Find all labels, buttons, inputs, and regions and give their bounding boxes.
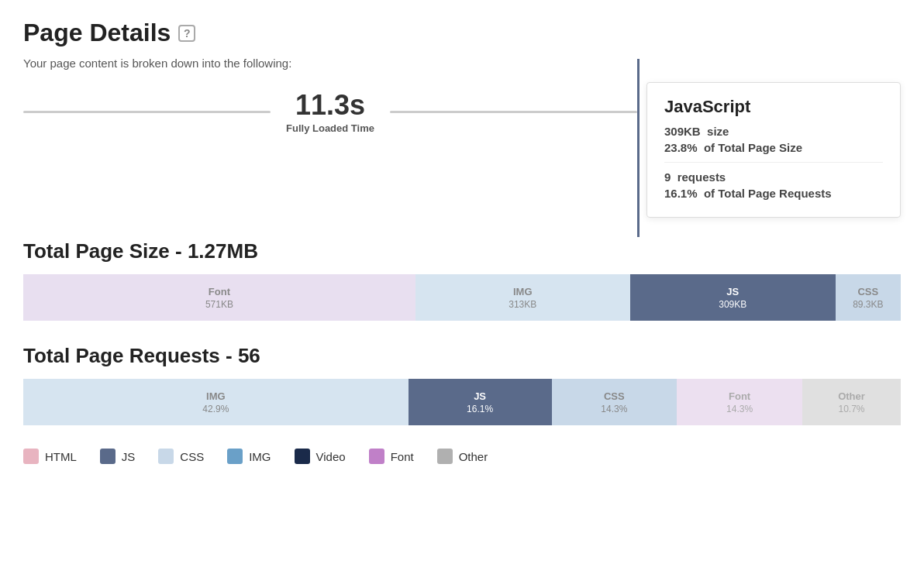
legend-swatch: [158, 449, 174, 464]
tooltip-size: 309KB size: [664, 125, 883, 138]
legend-swatch: [227, 449, 243, 464]
seg-label: JS: [726, 286, 739, 297]
timeline-label: Fully Loaded Time: [286, 122, 374, 134]
legend-label: Font: [391, 450, 414, 463]
page-requests-title: Total Page Requests - 56: [23, 344, 901, 368]
seg-value: 309KB: [719, 299, 746, 310]
size-bar-segment: IMG313KB: [415, 274, 630, 321]
legend-item: HTML: [23, 449, 77, 464]
seg-label: JS: [474, 390, 486, 402]
legend-swatch: [437, 449, 453, 464]
seg-value: 571KB: [205, 299, 233, 310]
seg-value: 89.3KB: [853, 299, 883, 310]
legend-item: Font: [369, 449, 414, 464]
legend-label: Video: [316, 450, 346, 463]
legend-label: IMG: [249, 450, 271, 463]
legend-label: HTML: [45, 450, 77, 463]
tooltip-size-label: size: [707, 125, 729, 138]
tooltip-requests: 9 requests: [664, 170, 883, 184]
timeline-value: 11.3s: [295, 90, 365, 121]
requests-bar-segment: Font14.3%: [677, 379, 802, 425]
tooltip-title: JavaScript: [664, 97, 883, 117]
timeline-center: 11.3s Fully Loaded Time: [271, 90, 390, 134]
timeline-line-left: [23, 111, 271, 113]
vertical-divider: [637, 59, 640, 237]
legend-label: JS: [122, 450, 136, 463]
page-size-title: Total Page Size - 1.27MB: [23, 239, 901, 263]
seg-label: Font: [209, 286, 230, 297]
seg-value: 14.3%: [726, 404, 753, 414]
legend: HTMLJSCSSIMGVideoFontOther: [23, 449, 901, 464]
legend-item: Other: [437, 449, 488, 464]
legend-item: Video: [295, 449, 346, 464]
tooltip-size-value: 309KB: [664, 125, 701, 138]
legend-swatch: [295, 449, 310, 464]
page-subtitle: Your page content is broken down into th…: [23, 57, 901, 70]
seg-label: IMG: [206, 390, 226, 402]
tooltip-size-percent-value: 23.8%: [664, 141, 698, 154]
tooltip-requests-count: 9: [664, 170, 671, 184]
main-content-area: 11.3s Fully Loaded Time JavaScript 309KB…: [23, 82, 901, 218]
seg-label: CSS: [857, 286, 878, 297]
legend-item: IMG: [227, 449, 271, 464]
seg-value: 42.9%: [202, 404, 229, 414]
legend-swatch: [369, 449, 384, 464]
seg-label: Font: [729, 390, 750, 402]
size-bar-segment: CSS89.3KB: [836, 274, 901, 321]
legend-swatch: [23, 449, 39, 464]
seg-value: 14.3%: [601, 404, 627, 414]
seg-value: 313KB: [509, 299, 536, 310]
requests-bar-segment: Other10.7%: [802, 379, 901, 425]
timeline-bar: 11.3s Fully Loaded Time: [23, 90, 637, 134]
page-requests-chart: IMG42.9%JS16.1%CSS14.3%Font14.3%Other10.…: [23, 379, 901, 425]
tooltip-requests-percent-value: 16.1%: [664, 187, 698, 200]
legend-label: CSS: [180, 450, 204, 463]
tooltip-size-percent-label: of Total Page Size: [704, 141, 802, 154]
timeline-section: 11.3s Fully Loaded Time: [23, 82, 637, 140]
seg-value: 16.1%: [467, 404, 493, 414]
size-bar-segment: JS309KB: [630, 274, 836, 321]
seg-label: CSS: [604, 390, 625, 402]
page-title-section: Page Details ?: [23, 19, 901, 47]
tooltip-section: JavaScript 309KB size 23.8% of Total Pag…: [637, 82, 901, 218]
timeline-line-right: [390, 111, 637, 113]
legend-swatch: [100, 449, 116, 464]
help-badge[interactable]: ?: [178, 25, 195, 42]
tooltip-divider: [664, 162, 883, 163]
tooltip-size-percent: 23.8% of Total Page Size: [664, 141, 883, 154]
seg-label: Other: [838, 390, 865, 402]
requests-bar-segment: IMG42.9%: [23, 379, 409, 425]
tooltip-requests-percent-label: of Total Page Requests: [704, 187, 832, 200]
requests-bar-segment: JS16.1%: [409, 379, 552, 425]
size-bar-segment: Font571KB: [23, 274, 415, 321]
legend-item: CSS: [158, 449, 204, 464]
seg-label: IMG: [513, 286, 533, 297]
page-title: Page Details: [23, 19, 171, 47]
requests-bar-segment: CSS14.3%: [552, 379, 677, 425]
legend-label: Other: [459, 450, 488, 463]
legend-item: JS: [100, 449, 136, 464]
tooltip-box: JavaScript 309KB size 23.8% of Total Pag…: [646, 82, 901, 218]
tooltip-requests-label: requests: [677, 170, 726, 184]
seg-value: 10.7%: [838, 404, 864, 414]
page-size-chart: Font571KBIMG313KBJS309KBCSS89.3KB: [23, 274, 901, 321]
tooltip-requests-percent: 16.1% of Total Page Requests: [664, 187, 883, 200]
